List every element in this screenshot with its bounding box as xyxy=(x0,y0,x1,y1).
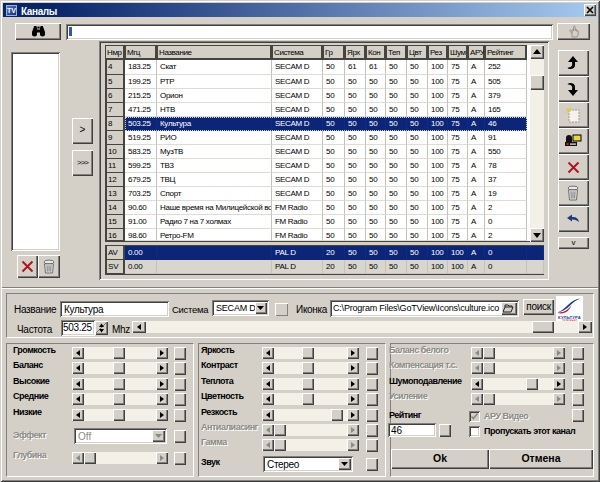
svg-text:КУЛЬТУРА: КУЛЬТУРА xyxy=(558,315,581,320)
